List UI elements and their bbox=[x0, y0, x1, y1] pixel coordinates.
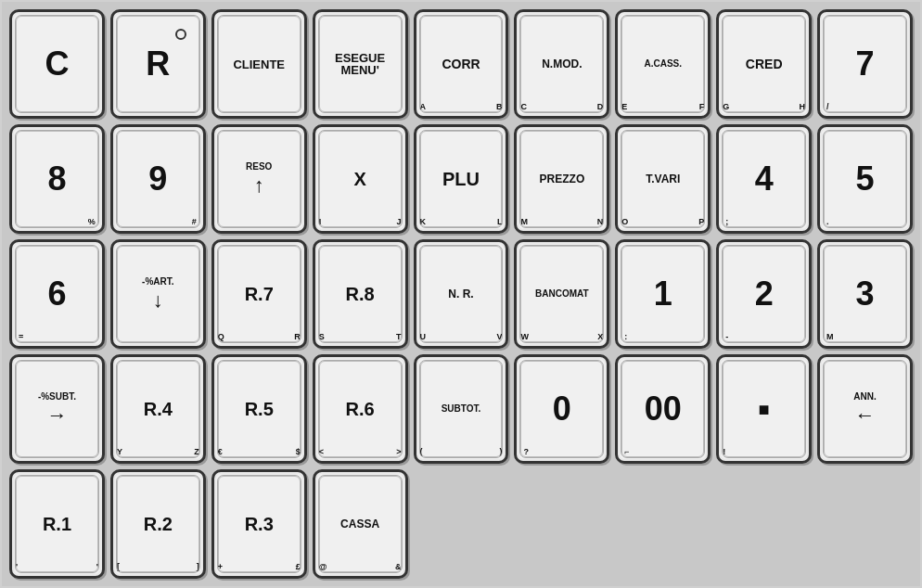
key-cred[interactable]: CREDGH bbox=[716, 9, 812, 119]
key-psubt[interactable]: -%SUBT.→ bbox=[9, 354, 105, 464]
key-acass-sublabels: EF bbox=[618, 102, 708, 111]
key-cassa-label: CASSA bbox=[340, 518, 379, 530]
key-8-label: 8 bbox=[47, 162, 66, 196]
key-5-subleft: . bbox=[826, 217, 829, 226]
key-r3-subleft: + bbox=[218, 562, 223, 571]
key-r3-label: R.3 bbox=[245, 515, 274, 533]
key-r6[interactable]: R.6<> bbox=[313, 354, 408, 464]
key-x-subright: J bbox=[397, 217, 402, 226]
key-5[interactable]: 5. bbox=[817, 124, 913, 234]
key-prezzo-subright: N bbox=[597, 217, 604, 226]
key-r1[interactable]: R.1'' bbox=[9, 469, 105, 579]
key-nr[interactable]: N. R.UV bbox=[414, 239, 509, 349]
key-cliente[interactable]: CLIENTE bbox=[211, 9, 307, 119]
key-cassa-subleft: @ bbox=[319, 562, 327, 571]
key-subtot[interactable]: SUBTOT.() bbox=[414, 354, 509, 464]
key-corr-subleft: A bbox=[420, 102, 427, 111]
key-subtot-subright: ) bbox=[499, 447, 502, 456]
key-00[interactable]: 00⌐ bbox=[615, 354, 711, 464]
key-pcart-toplabel: -%ART. bbox=[142, 276, 173, 287]
key-x-subleft: I bbox=[319, 217, 322, 226]
key-0-label: 0 bbox=[553, 392, 571, 426]
key-plu-sublabels: KL bbox=[416, 217, 506, 226]
key-3[interactable]: 3M bbox=[817, 239, 913, 349]
key-1[interactable]: 1: bbox=[615, 239, 711, 349]
key-7-subleft: / bbox=[826, 102, 829, 111]
key-7[interactable]: 7/ bbox=[817, 9, 913, 119]
key-r7[interactable]: R.7QR bbox=[211, 239, 307, 349]
key-r2[interactable]: R.2[] bbox=[110, 469, 206, 579]
key-prezzo-subleft: M bbox=[520, 217, 528, 226]
key-acass-label: A.CASS. bbox=[644, 59, 682, 69]
key-r8-label: R.8 bbox=[346, 285, 375, 303]
key-r2-subleft: [ bbox=[117, 562, 120, 571]
key-dot[interactable]: ■! bbox=[716, 354, 812, 464]
key-reso[interactable]: RESO↑ bbox=[211, 124, 307, 234]
key-9-label: 9 bbox=[148, 162, 167, 196]
key-0-subleft: ? bbox=[523, 447, 529, 456]
key-bancomat-subright: X bbox=[597, 332, 603, 341]
key-tvari[interactable]: T.VARIOP bbox=[615, 124, 711, 234]
key-esegue-label: ESEGUE MENU' bbox=[335, 52, 385, 76]
key-bancomat-subleft: W bbox=[520, 332, 529, 341]
key-4[interactable]: 4; bbox=[716, 124, 812, 234]
key-r3-subright: £ bbox=[296, 562, 301, 571]
r-circle-icon bbox=[175, 29, 186, 40]
key-r[interactable]: R bbox=[110, 9, 206, 119]
key-r4-subleft: Y bbox=[117, 447, 122, 456]
key-9[interactable]: 9# bbox=[110, 124, 206, 234]
key-x[interactable]: XIJ bbox=[313, 124, 408, 234]
key-r5[interactable]: R.5€$ bbox=[211, 354, 307, 464]
key-r1-label: R.1 bbox=[43, 515, 71, 533]
key-r2-sublabels: [] bbox=[113, 562, 203, 571]
key-c[interactable]: C bbox=[9, 9, 105, 119]
key-r5-sublabels: €$ bbox=[214, 447, 304, 456]
key-plu[interactable]: PLUKL bbox=[414, 124, 509, 234]
key-nmod-sublabels: CD bbox=[517, 102, 607, 111]
key-tvari-sublabels: OP bbox=[618, 217, 708, 226]
key-ann[interactable]: ANN.← bbox=[817, 354, 913, 464]
key-corr[interactable]: CORRAB bbox=[414, 9, 509, 119]
key-nr-subleft: U bbox=[420, 332, 427, 341]
key-r4-label: R.4 bbox=[144, 400, 173, 418]
key-r3[interactable]: R.3+£ bbox=[211, 469, 307, 579]
key-acass[interactable]: A.CASS.EF bbox=[615, 9, 711, 119]
key-00-subleft: ⌐ bbox=[624, 447, 629, 456]
key-7-label: 7 bbox=[856, 47, 875, 81]
key-acass-subleft: E bbox=[621, 102, 627, 111]
key-1-subleft: : bbox=[624, 332, 627, 341]
key-prezzo-label: PREZZO bbox=[540, 173, 585, 185]
key-r5-label: R.5 bbox=[245, 400, 274, 418]
key-r1-subright: ' bbox=[96, 562, 98, 571]
key-r8-subleft: S bbox=[319, 332, 325, 341]
key-8-subright: % bbox=[88, 217, 96, 226]
key-subtot-label: SUBTOT. bbox=[442, 404, 481, 414]
key-reso-toplabel: RESO bbox=[246, 161, 272, 172]
key-cassa-sublabels: @& bbox=[315, 562, 405, 571]
key-nmod-subright: D bbox=[597, 102, 604, 111]
key-00-label: 00 bbox=[645, 392, 682, 426]
key-r4-subright: Z bbox=[194, 447, 199, 456]
key-6[interactable]: 6= bbox=[9, 239, 105, 349]
key-reso-arrow: ↑ bbox=[254, 173, 264, 198]
key-r8[interactable]: R.8ST bbox=[313, 239, 408, 349]
key-r7-subright: R bbox=[294, 332, 301, 341]
key-bancomat[interactable]: BANCOMATWX bbox=[514, 239, 609, 349]
key-cassa[interactable]: CASSA@& bbox=[313, 469, 408, 579]
key-r2-label: R.2 bbox=[144, 515, 173, 533]
key-r5-subright: $ bbox=[296, 447, 301, 456]
key-r1-sublabels: '' bbox=[12, 562, 102, 571]
key-nmod[interactable]: N.MOD.CD bbox=[514, 9, 609, 119]
key-prezzo[interactable]: PREZZOMN bbox=[514, 124, 609, 234]
key-pcart[interactable]: -%ART.↓ bbox=[110, 239, 206, 349]
key-2-label: 2 bbox=[755, 277, 774, 311]
key-prezzo-sublabels: MN bbox=[517, 217, 607, 226]
key-r4[interactable]: R.4YZ bbox=[110, 354, 206, 464]
key-2-subleft: - bbox=[725, 332, 728, 341]
key-corr-label: CORR bbox=[442, 58, 480, 70]
key-2[interactable]: 2- bbox=[716, 239, 812, 349]
key-r7-label: R.7 bbox=[245, 285, 274, 303]
key-esegue[interactable]: ESEGUE MENU' bbox=[313, 9, 408, 119]
key-8[interactable]: 8% bbox=[9, 124, 105, 234]
key-0[interactable]: 0? bbox=[514, 354, 609, 464]
